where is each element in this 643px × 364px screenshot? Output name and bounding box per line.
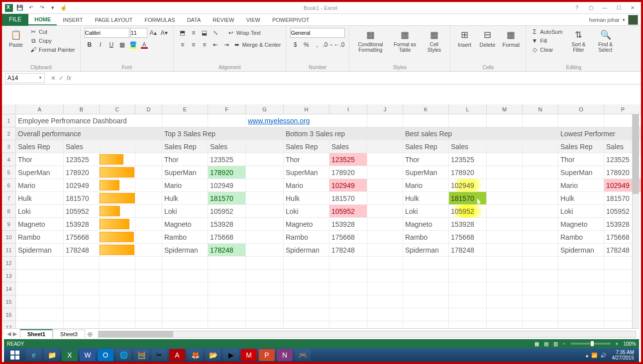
onenote-icon[interactable]: N	[277, 349, 293, 361]
column-header[interactable]: L	[449, 104, 487, 114]
cell[interactable]	[367, 153, 403, 166]
cell[interactable]: Magneto	[162, 218, 208, 231]
column-header[interactable]: M	[487, 104, 523, 114]
tab-review[interactable]: REVIEW	[207, 15, 240, 25]
cell[interactable]	[523, 140, 558, 153]
cell[interactable]	[246, 192, 284, 205]
app2-icon[interactable]: 🎮	[295, 349, 311, 361]
cell[interactable]	[100, 140, 135, 153]
number-format-combo[interactable]	[290, 28, 345, 38]
fill-button[interactable]: ▼Fill	[530, 37, 563, 45]
tab-view[interactable]: VIEW	[240, 15, 266, 25]
conditional-formatting-button[interactable]: ▦Conditional Formatting	[353, 28, 387, 54]
cell[interactable]: 181570	[329, 192, 367, 205]
cell[interactable]	[367, 308, 403, 321]
media-icon[interactable]: ▶	[223, 349, 239, 361]
cell[interactable]	[64, 282, 100, 295]
cell[interactable]: Top 3 Sales Rep	[162, 127, 246, 140]
cell[interactable]: Sales Rep	[558, 140, 604, 153]
cell[interactable]: Sales Rep	[162, 140, 208, 153]
delete-cells-button[interactable]: ⊟Delete	[477, 28, 497, 49]
cell[interactable]	[449, 282, 487, 295]
cell[interactable]	[487, 114, 523, 127]
cell[interactable]	[329, 270, 367, 282]
cell[interactable]: Hulk	[162, 192, 208, 205]
cell[interactable]: Magneto	[16, 218, 64, 231]
cell[interactable]	[523, 166, 558, 179]
cell[interactable]	[523, 127, 558, 140]
size-combo[interactable]	[130, 28, 147, 38]
cell[interactable]	[162, 282, 208, 295]
column-header[interactable]: I	[329, 104, 367, 114]
cell[interactable]	[16, 282, 64, 295]
cell[interactable]	[449, 114, 487, 127]
cell[interactable]	[367, 179, 403, 192]
cell[interactable]: 102949	[208, 179, 246, 192]
sheet-nav-next[interactable]: ▶	[13, 331, 17, 337]
align-right-button[interactable]: ≡	[200, 40, 210, 50]
cell[interactable]	[487, 282, 523, 295]
cell[interactable]	[367, 270, 403, 282]
cell[interactable]	[246, 127, 284, 140]
enter-fx-icon[interactable]: ✓	[59, 75, 64, 82]
cell[interactable]	[403, 114, 449, 127]
cell[interactable]: 105952	[449, 205, 487, 218]
cell[interactable]	[246, 153, 284, 166]
clear-button[interactable]: ◇Clear	[530, 46, 563, 54]
zoom-slider[interactable]	[571, 343, 611, 345]
cell[interactable]	[135, 295, 162, 308]
cell[interactable]	[487, 192, 523, 205]
cell[interactable]	[135, 192, 162, 205]
cell[interactable]	[523, 231, 558, 244]
cut-button[interactable]: ✂Cut	[29, 28, 76, 36]
underline-button[interactable]: U	[107, 40, 116, 50]
row-header[interactable]: 3	[2, 140, 16, 153]
tray-up-icon[interactable]: ▴	[586, 353, 588, 358]
cell[interactable]: Sales Rep	[403, 140, 449, 153]
cell[interactable]	[523, 192, 558, 205]
add-sheet-button[interactable]: ⊕	[85, 330, 95, 338]
cell[interactable]	[208, 270, 246, 282]
cell[interactable]: 178920	[329, 166, 367, 179]
cell[interactable]	[135, 282, 162, 295]
snip-icon[interactable]: ✂	[151, 349, 167, 361]
cell[interactable]: Mario	[162, 179, 208, 192]
row-header[interactable]: 10	[2, 231, 16, 244]
decrease-indent-button[interactable]: ⇤	[211, 40, 220, 50]
avatar[interactable]	[628, 15, 638, 25]
percent-button[interactable]: %	[301, 40, 311, 50]
column-header[interactable]: A	[16, 104, 64, 114]
cell[interactable]	[100, 127, 135, 140]
cell[interactable]	[367, 257, 403, 270]
autosum-button[interactable]: ΣAutoSum	[530, 28, 563, 36]
redo-button[interactable]: ↷	[38, 4, 46, 12]
cell[interactable]: 102949	[329, 179, 367, 192]
border-button[interactable]: ▦	[117, 40, 127, 50]
cell[interactable]	[284, 282, 329, 295]
cell[interactable]: 178920	[64, 166, 100, 179]
cell[interactable]	[523, 244, 558, 257]
cell[interactable]: Spiderman	[16, 244, 64, 257]
cell[interactable]: 175668	[329, 231, 367, 244]
cell[interactable]: Magneto	[558, 218, 604, 231]
comma-button[interactable]: ,	[312, 40, 322, 50]
format-cells-button[interactable]: ▦Format	[500, 28, 522, 49]
tab-powerpivot[interactable]: POWERPIVOT	[266, 15, 316, 25]
cell[interactable]	[208, 295, 246, 308]
undo-button[interactable]: ↶	[27, 4, 35, 12]
cell[interactable]: 102949	[449, 179, 487, 192]
cell[interactable]	[558, 114, 604, 127]
cell[interactable]	[487, 308, 523, 321]
cell[interactable]	[135, 244, 162, 257]
cell[interactable]	[487, 140, 523, 153]
cell[interactable]	[523, 282, 558, 295]
cell[interactable]	[558, 295, 604, 308]
fx-icon[interactable]: fx	[67, 75, 71, 82]
cell[interactable]	[64, 257, 100, 270]
find-select-button[interactable]: 🔍Find & Select	[594, 28, 618, 54]
cell[interactable]: SuperMan	[558, 166, 604, 179]
cell-styles-button[interactable]: ▦Cell Styles	[422, 28, 446, 54]
cell[interactable]	[403, 270, 449, 282]
cell[interactable]	[487, 153, 523, 166]
help-icon[interactable]: ?	[570, 3, 583, 12]
